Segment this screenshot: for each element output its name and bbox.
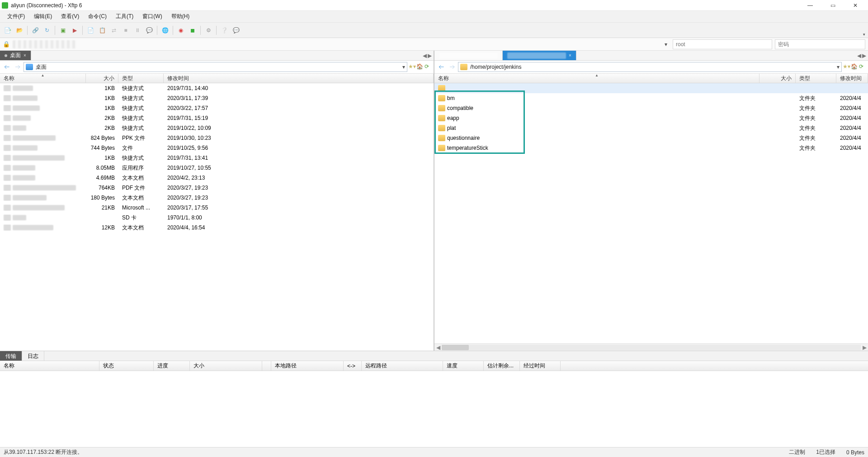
tab-close-icon[interactable]: ×	[569, 53, 571, 58]
green-square-icon[interactable]: ◼	[188, 25, 198, 35]
menu-item[interactable]: 命令(C)	[85, 11, 110, 22]
tab-next-icon[interactable]: ▶	[428, 52, 432, 59]
open-session-icon[interactable]: 📂	[14, 25, 24, 35]
scroll-right-icon[interactable]: ▶	[861, 344, 868, 351]
transfer-col[interactable]: 名称	[0, 361, 99, 371]
list-item[interactable]: 2KB快捷方式2019/10/22, 10:09	[0, 123, 434, 133]
list-item[interactable]: eapp文件夹2020/4/4	[434, 113, 868, 123]
list-item[interactable]: 824 BytesPPK 文件2019/10/30, 10:23	[0, 133, 434, 143]
menu-item[interactable]: 工具(T)	[112, 11, 137, 22]
reconnect-icon[interactable]: ↻	[42, 25, 52, 35]
list-item[interactable]: 1KB快捷方式2019/7/31, 13:41	[0, 153, 434, 163]
menu-item[interactable]: 查看(V)	[57, 11, 83, 22]
list-item[interactable]: plat文件夹2020/4/4	[434, 123, 868, 133]
list-item[interactable]: bm文件夹2020/4/4	[434, 93, 868, 103]
back-button[interactable]: 🡠	[2, 62, 12, 72]
dropdown-icon[interactable]: ▶	[70, 25, 80, 35]
pause-icon[interactable]: ⏸	[132, 25, 142, 35]
remote-tab-active[interactable]: ×	[503, 51, 576, 60]
password-input[interactable]	[775, 39, 865, 49]
tab-prev-icon[interactable]: ◀	[857, 52, 861, 59]
tab-log[interactable]: 日志	[22, 351, 44, 361]
globe-icon[interactable]: 🌐	[160, 25, 170, 35]
stop-icon[interactable]: ■	[121, 25, 131, 35]
refresh-icon[interactable]: ⟳	[425, 63, 432, 71]
list-item[interactable]: SD 卡1970/1/1, 8:00	[0, 213, 434, 223]
chat-icon[interactable]: 💬	[144, 25, 154, 35]
maximize-button[interactable]: ▭	[827, 1, 838, 10]
host-dropdown-icon[interactable]: ▾	[662, 41, 670, 48]
col-name[interactable]: 名称▲	[0, 74, 86, 83]
transfer-col[interactable]: 本地路径	[271, 361, 344, 371]
transfer-col[interactable]: 速度	[443, 361, 484, 371]
list-item[interactable]: temperatureStick文件夹2020/4/4	[434, 143, 868, 153]
transfer-col[interactable]: 估计剩余...	[484, 361, 520, 371]
transfer-col[interactable]	[262, 361, 271, 371]
menu-item[interactable]: 帮助(H)	[168, 11, 193, 22]
red-circle-icon[interactable]: ◉	[176, 25, 186, 35]
list-item[interactable]: 2KB快捷方式2019/7/31, 15:19	[0, 113, 434, 123]
combo-dropdown-icon[interactable]: ▾	[837, 64, 840, 70]
new-session-icon[interactable]: 📄+	[3, 25, 13, 35]
col-date[interactable]: 修改时间	[164, 74, 434, 83]
list-item[interactable]: 180 Bytes文本文档2020/3/27, 19:23	[0, 193, 434, 203]
favorite-icon[interactable]: ★▾	[408, 63, 415, 71]
forward-button[interactable]: 🡢	[447, 62, 457, 72]
remote-tab-inactive[interactable]	[434, 51, 503, 60]
list-item[interactable]: 1KB快捷方式2020/3/22, 17:57	[0, 103, 434, 113]
help-icon[interactable]: ❔	[219, 25, 229, 35]
local-path-combo[interactable]: 桌面 ▾	[24, 62, 407, 72]
menu-item[interactable]: 文件(F)	[4, 11, 28, 22]
list-item[interactable]: 764KBPDF 文件2020/3/27, 19:23	[0, 183, 434, 193]
col-type[interactable]: 类型	[796, 74, 836, 83]
tab-next-icon[interactable]: ▶	[862, 52, 866, 59]
new-window-icon[interactable]: ▣	[58, 25, 68, 35]
menu-item[interactable]: 编辑(E)	[30, 11, 56, 22]
back-button[interactable]: 🡠	[436, 62, 446, 72]
local-filelist[interactable]: 1KB快捷方式2019/7/31, 14:401KB快捷方式2020/3/11,…	[0, 83, 434, 351]
close-button[interactable]: ✕	[850, 1, 861, 10]
transfer-col[interactable]: <->	[344, 361, 362, 371]
col-date[interactable]: 修改时间	[836, 74, 868, 83]
list-item[interactable]: 21KBMicrosoft ...2020/3/17, 17:55	[0, 203, 434, 213]
scroll-left-icon[interactable]: ◀	[434, 344, 442, 351]
col-size[interactable]: 大小	[760, 74, 796, 83]
col-type[interactable]: 类型	[118, 74, 164, 83]
forward-button[interactable]: 🡢	[13, 62, 23, 72]
transfer-col[interactable]: 状态	[99, 361, 154, 371]
favorite-icon[interactable]: ★▾	[843, 63, 850, 71]
toolbar-overflow-icon[interactable]: ▾	[863, 32, 865, 37]
transfer-col[interactable]: 远程路径	[362, 361, 443, 371]
home-icon[interactable]: 🏠	[851, 63, 858, 71]
transfer-icon[interactable]: ⇄	[109, 25, 119, 35]
list-item[interactable]: 1KB快捷方式2020/3/11, 17:39	[0, 93, 434, 103]
combo-dropdown-icon[interactable]: ▾	[402, 64, 405, 70]
transfer-col[interactable]: 大小	[190, 361, 262, 371]
list-item[interactable]: 744 Bytes文件2019/10/25, 9:56	[0, 143, 434, 153]
settings-icon[interactable]: ⚙	[203, 25, 213, 35]
list-item[interactable]: compatible文件夹2020/4/4	[434, 103, 868, 113]
transfer-col[interactable]: 进度	[154, 361, 190, 371]
copy-icon[interactable]: 📄	[85, 25, 95, 35]
tab-close-icon[interactable]: ×	[24, 53, 26, 58]
link-icon[interactable]: 🔗	[30, 25, 40, 35]
transfer-col[interactable]: 经过时间	[520, 361, 561, 371]
local-tab-desktop[interactable]: 桌面 ×	[0, 51, 31, 60]
home-icon[interactable]: 🏠	[416, 63, 424, 71]
list-item[interactable]: 8.05MB应用程序2019/10/27, 10:55	[0, 163, 434, 173]
remote-filelist[interactable]: bm文件夹2020/4/4compatible文件夹2020/4/4eapp文件…	[434, 83, 868, 343]
remote-path-combo[interactable]: /home/project/jenkins ▾	[458, 62, 842, 72]
list-item[interactable]: questionnaire文件夹2020/4/4	[434, 133, 868, 143]
feedback-icon[interactable]: 💬	[231, 25, 241, 35]
remote-hscrollbar[interactable]: ◀ ▶	[434, 343, 868, 351]
up-folder[interactable]	[434, 83, 868, 93]
minimize-button[interactable]: —	[805, 1, 816, 10]
list-item[interactable]: 1KB快捷方式2019/7/31, 14:40	[0, 83, 434, 93]
col-size[interactable]: 大小	[86, 74, 118, 83]
refresh-icon[interactable]: ⟳	[859, 63, 866, 71]
tab-transfer[interactable]: 传输	[0, 351, 22, 361]
menu-item[interactable]: 窗口(W)	[139, 11, 165, 22]
list-item[interactable]: 12KB文本文档2020/4/4, 16:54	[0, 223, 434, 233]
scroll-thumb[interactable]	[442, 345, 469, 350]
col-name[interactable]: 名称▲	[434, 74, 760, 83]
